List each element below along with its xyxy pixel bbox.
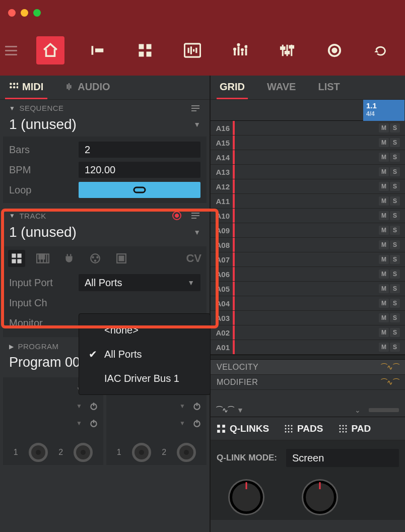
- list-tab[interactable]: LIST: [315, 76, 343, 99]
- mute-button[interactable]: M: [379, 270, 389, 279]
- solo-button[interactable]: S: [390, 343, 400, 352]
- track-row[interactable]: A08MS: [211, 238, 405, 252]
- mute-button[interactable]: M: [379, 226, 389, 235]
- toolbar-mode-5-button[interactable]: [226, 36, 254, 64]
- qlink-mode-dropdown[interactable]: Screen: [286, 449, 399, 467]
- automation-bar[interactable]: ⁀∿⁀ ▼ ⌄: [211, 403, 405, 417]
- power-icon[interactable]: [192, 419, 201, 428]
- window-maximize-button[interactable]: [33, 9, 41, 17]
- track-type-cv[interactable]: CV: [186, 252, 201, 265]
- dropdown-caret-icon[interactable]: ▼: [179, 420, 185, 427]
- solo-button[interactable]: S: [390, 270, 400, 279]
- power-icon[interactable]: [89, 402, 98, 411]
- modifier-lane-header[interactable]: MODIFIER ⁀∿⁀: [211, 375, 405, 390]
- mute-button[interactable]: M: [379, 153, 389, 162]
- window-minimize-button[interactable]: [21, 9, 28, 17]
- send-knob-1[interactable]: [132, 443, 151, 462]
- send-knob-1[interactable]: [29, 443, 48, 462]
- mute-button[interactable]: M: [379, 123, 389, 132]
- solo-button[interactable]: S: [390, 299, 400, 308]
- pad-tab[interactable]: PAD: [339, 423, 371, 434]
- sequence-selector[interactable]: 1 (unused) ▼: [9, 116, 200, 132]
- track-row[interactable]: A10MS: [211, 209, 405, 223]
- track-row[interactable]: A14MS: [211, 150, 405, 165]
- toolbar-mode-7-button[interactable]: [320, 36, 349, 64]
- solo-button[interactable]: S: [390, 313, 400, 322]
- track-row[interactable]: A06MS: [211, 267, 405, 282]
- solo-button[interactable]: S: [390, 328, 400, 337]
- window-close-button[interactable]: [8, 9, 16, 17]
- qlink-knob-2[interactable]: [303, 481, 336, 514]
- audio-tab[interactable]: AUDIO: [60, 76, 114, 99]
- home-mode-button[interactable]: [36, 36, 64, 64]
- track-section-header[interactable]: ▼ TRACK: [0, 207, 210, 224]
- solo-button[interactable]: S: [390, 153, 400, 162]
- bpm-input[interactable]: 120.00: [79, 162, 200, 178]
- dropdown-caret-icon[interactable]: ▼: [76, 420, 82, 427]
- grid-tab[interactable]: GRID: [217, 76, 248, 99]
- track-row[interactable]: A01MS: [211, 340, 405, 355]
- toolbar-mode-4-button[interactable]: [178, 36, 207, 64]
- solo-button[interactable]: S: [390, 255, 400, 264]
- mute-button[interactable]: M: [379, 240, 389, 249]
- mute-button[interactable]: M: [379, 211, 389, 220]
- record-arm-button[interactable]: [172, 211, 181, 220]
- mute-button[interactable]: M: [379, 196, 389, 206]
- input-port-option-all-ports[interactable]: ✔ All Ports: [79, 342, 210, 366]
- track-row[interactable]: A02MS: [211, 325, 405, 340]
- dropdown-caret-icon[interactable]: ▼: [179, 403, 185, 410]
- send-knob-2[interactable]: [177, 443, 196, 462]
- track-row[interactable]: A07MS: [211, 252, 405, 267]
- list-icon[interactable]: [190, 212, 200, 220]
- track-row[interactable]: A05MS: [211, 282, 405, 296]
- solo-button[interactable]: S: [390, 138, 400, 147]
- track-type-clip[interactable]: [113, 250, 130, 267]
- track-row[interactable]: A04MS: [211, 296, 405, 311]
- track-type-midi[interactable]: [87, 250, 104, 267]
- power-icon[interactable]: [89, 419, 98, 428]
- track-row[interactable]: A16MS: [211, 121, 405, 136]
- mute-button[interactable]: M: [379, 284, 389, 293]
- velocity-lane-header[interactable]: VELOCITY ⁀∿⁀: [211, 360, 405, 375]
- solo-button[interactable]: S: [390, 284, 400, 293]
- list-icon[interactable]: [190, 104, 200, 112]
- position-indicator[interactable]: 1.1 4/4: [363, 100, 404, 121]
- track-type-drum[interactable]: [8, 250, 25, 267]
- mute-button[interactable]: M: [379, 299, 389, 308]
- wave-tab[interactable]: WAVE: [264, 76, 299, 99]
- mute-button[interactable]: M: [379, 328, 389, 337]
- mute-button[interactable]: M: [379, 255, 389, 264]
- solo-button[interactable]: S: [390, 182, 400, 191]
- power-icon[interactable]: [192, 402, 201, 411]
- track-row[interactable]: A03MS: [211, 311, 405, 325]
- toolbar-mode-3-button[interactable]: [131, 36, 159, 64]
- input-port-dropdown[interactable]: All Ports ▼: [79, 274, 200, 291]
- track-row[interactable]: A13MS: [211, 165, 405, 179]
- pads-tab[interactable]: PADS: [284, 423, 323, 434]
- track-row[interactable]: A12MS: [211, 179, 405, 194]
- track-type-keys[interactable]: [34, 250, 51, 267]
- solo-button[interactable]: S: [390, 226, 400, 235]
- mute-button[interactable]: M: [379, 182, 389, 191]
- input-port-option-iac-bus-1[interactable]: IAC Driver Bus 1: [79, 366, 210, 390]
- mute-button[interactable]: M: [379, 167, 389, 176]
- zoom-scrollbar[interactable]: [369, 408, 399, 412]
- timeline-ruler[interactable]: 1.1 4/4: [211, 100, 405, 121]
- mute-button[interactable]: M: [379, 343, 389, 352]
- dropdown-caret-icon[interactable]: ▼: [76, 403, 82, 410]
- loop-toggle[interactable]: [79, 182, 200, 198]
- toolbar-mode-6-button[interactable]: [273, 36, 301, 64]
- solo-button[interactable]: S: [390, 123, 400, 132]
- mute-button[interactable]: M: [379, 138, 389, 147]
- solo-button[interactable]: S: [390, 196, 400, 206]
- track-row[interactable]: A15MS: [211, 136, 405, 150]
- mute-button[interactable]: M: [379, 313, 389, 322]
- input-port-option-none[interactable]: <none>: [79, 318, 210, 342]
- sequence-section-header[interactable]: ▼ SEQUENCE: [0, 100, 210, 116]
- solo-button[interactable]: S: [390, 211, 400, 220]
- track-row[interactable]: A11MS: [211, 194, 405, 209]
- track-row[interactable]: A09MS: [211, 223, 405, 238]
- track-type-plugin[interactable]: [60, 250, 78, 267]
- toolbar-mode-2-button[interactable]: [84, 36, 112, 64]
- solo-button[interactable]: S: [390, 167, 400, 176]
